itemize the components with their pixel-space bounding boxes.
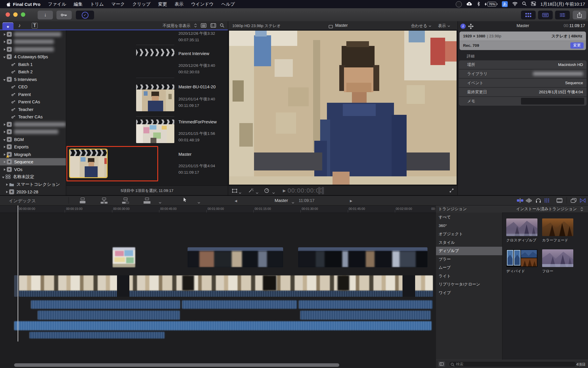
sidebar-library-untitled[interactable]: 名称未設定 [0,173,66,180]
clip-filmstrip-master-bu[interactable] [136,84,174,89]
audio-meter-left[interactable] [318,187,320,194]
crop-tool-icon[interactable] [232,188,238,194]
sidebar-event-bgm[interactable]: ★BGM [0,136,66,143]
sidebar-keyword-parent[interactable]: Parent [0,91,66,98]
previous-project-icon[interactable]: ◀ [235,199,237,203]
timeline-audio-clip[interactable] [299,300,432,309]
notes-field[interactable] [521,98,584,105]
menu-view[interactable]: 表示 [175,1,183,7]
audio-meter-right[interactable] [322,187,324,194]
viewer-fit-dropdown[interactable]: 合わせる [411,23,431,29]
timeline-audio-clip[interactable] [38,311,180,320]
clip-thumbnail-trimmed[interactable] [136,124,174,143]
next-project-icon[interactable]: ▶ [350,199,352,203]
menu-trim[interactable]: トリム [90,1,104,7]
keyword-editor-button[interactable] [56,11,72,19]
transition-category-lights[interactable]: ライト [436,272,502,281]
insert-edit-icon[interactable] [100,197,108,205]
crop-caret-icon[interactable] [239,190,241,195]
timeline-clip-title-3[interactable] [298,247,427,267]
wifi-icon[interactable] [512,2,518,7]
enhance-caret-icon[interactable] [256,190,258,195]
sidebar-keyword-batch-1[interactable]: Batch 1 [0,61,66,68]
transition-category-styles[interactable]: スタイル [436,238,502,247]
sidebar-event-vos[interactable]: ★VOs [0,166,66,173]
timeline-ruler[interactable]: 00:00:00:00 00:00:15:00 00:00:30:00 00:0… [0,205,436,213]
clip-filmstrip-trimmed[interactable] [136,120,174,124]
minimize-window-button[interactable] [13,12,18,17]
transition-item-divide[interactable] [506,249,537,267]
cloud-upload-icon[interactable] [466,1,472,7]
viewer-view-dropdown[interactable]: 表示 [438,23,450,29]
sidebar-keyword-teacher[interactable]: Teacher [0,106,66,113]
timeline-clip-title-2[interactable] [188,247,283,267]
transition-item-flow[interactable] [542,249,573,267]
sidebar-keyword-ceo[interactable]: CEO [0,83,66,90]
sidebar-event-4-cutaways[interactable]: ★4 Cutaways 60fps [0,53,66,60]
transition-category-move[interactable]: ムーブ [436,263,502,272]
creative-cloud-icon[interactable] [456,1,462,7]
battery-indicator[interactable]: 76% [485,2,497,6]
timeline-audio-clip[interactable] [182,300,297,309]
transitions-search-input[interactable] [449,361,577,367]
list-view-icon[interactable] [201,23,206,29]
zoom-window-button[interactable] [21,12,25,17]
retime-icon[interactable] [264,188,269,194]
sidebar-event-sequence[interactable]: ★Sequence [0,158,66,165]
sidebar-event-hidden-2[interactable]: ★ [0,38,66,45]
menu-clock[interactable]: 1月18日(月) 午前10:17 [540,1,585,7]
grid-title-updown-icon[interactable] [580,207,583,213]
transition-item-color-fade[interactable] [542,218,573,236]
sidebar-event-5-interviews[interactable]: ★5 Interviews [0,76,66,83]
media-sidebar-toggle-button[interactable] [438,361,445,367]
change-color-space-button[interactable]: 変更 [570,42,584,49]
clip-name[interactable]: Master [178,152,191,157]
snapping-icon[interactable] [544,198,550,204]
sidebar-event-hidden-3[interactable]: ★ [0,46,66,53]
select-tool-icon[interactable] [183,197,187,204]
sidebar-event-hidden-4[interactable]: ★ [0,121,66,128]
sidebar-event-mograph[interactable]: ★Mograph [0,151,66,158]
show-browser-button[interactable] [521,11,536,19]
sidebar-keyword-teacher-cas[interactable]: Teacher CAs [0,113,66,120]
background-tasks-button[interactable]: ✓ [76,11,94,19]
fullscreen-expand-icon[interactable] [449,188,454,194]
timeline-clip-sliver[interactable] [14,275,18,297]
overwrite-edit-icon[interactable] [143,197,151,205]
project-caret-icon[interactable] [292,200,294,205]
show-timeline-button[interactable] [538,11,553,19]
sidebar-event-2020-12-28[interactable]: ★2020-12-28 [0,188,66,195]
clip-thumbnail-master-bu[interactable] [136,89,174,111]
solo-headphones-icon[interactable] [536,198,541,204]
sidebar-event-hidden-1[interactable]: ★ [0,31,66,38]
menu-help[interactable]: ヘルプ [221,1,235,7]
apple-menu-icon[interactable] [6,2,11,8]
transition-item-cross-dissolve[interactable] [506,218,537,236]
transition-category-objects[interactable]: オブジェクト [436,230,502,238]
browser-search-icon[interactable] [220,23,224,29]
timeline-audio-clip[interactable] [29,332,165,339]
transition-category-dissolves[interactable]: ディゾルブ [436,247,502,255]
playhead[interactable] [18,205,18,342]
input-source-icon[interactable]: あ [502,1,508,7]
transition-category-wipes[interactable]: ワイプ [436,289,502,297]
sidebar-event-hidden-5[interactable]: ★ [0,128,66,135]
menu-file[interactable]: ファイル [48,1,66,7]
sidebar-event-exports[interactable]: ★Exports [0,143,66,150]
retime-caret-icon[interactable] [272,190,275,195]
enhance-wand-icon[interactable] [248,188,253,194]
transition-category-replicator[interactable]: リプリケータ/クローン [436,280,502,289]
timeline-audio-clip[interactable] [31,300,180,309]
timeline-audio-clip[interactable] [300,311,431,320]
filter-updown-icon[interactable] [194,23,197,29]
transition-category-360[interactable]: 360° [436,222,502,230]
timeline-primary-storyline[interactable] [19,275,433,297]
play-button[interactable]: ▶ [283,188,286,193]
menu-modify[interactable]: 変更 [158,1,167,7]
clip-skimming-icon[interactable] [517,198,523,204]
bluetooth-icon[interactable] [477,1,480,7]
append-edit-icon[interactable] [122,197,129,205]
tool-menu-caret-icon[interactable] [198,200,200,205]
share-button[interactable] [573,11,586,19]
audio-skimming-icon[interactable] [526,198,532,204]
